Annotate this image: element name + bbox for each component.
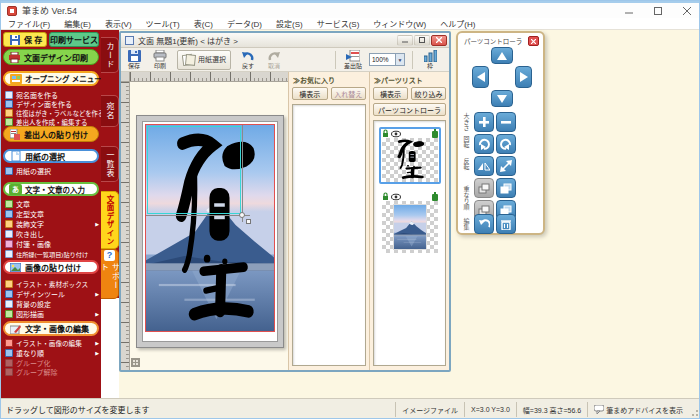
move-left-button[interactable]: [472, 66, 489, 88]
parts-panel: ≫パーツリスト 横表示 絞り込み パーツコントローラ: [369, 72, 449, 370]
flip-diagonal-button[interactable]: [496, 156, 516, 176]
ruler-corner: [121, 72, 130, 82]
menu-edit[interactable]: 編集(E): [57, 18, 98, 29]
design-print-button[interactable]: 文面デザイン印刷: [3, 49, 99, 65]
move-up-button[interactable]: [491, 47, 513, 64]
tab-card[interactable]: カード: [101, 37, 119, 73]
paper-select-button[interactable]: 用紙選択: [177, 50, 231, 70]
text-input-header[interactable]: あ 文字・文章の入力: [3, 182, 99, 196]
lock-icon[interactable]: [382, 129, 389, 138]
sidebar-item-teikei[interactable]: 定型文章: [5, 209, 99, 219]
sidebar-item-illust-box[interactable]: イラスト・素材ボックス: [5, 279, 99, 289]
app-window: 筆まめ Ver.54 ファイル(F) 編集(E) 表示(V) ツール(T) 表(…: [0, 0, 700, 419]
doc-save-button[interactable]: 保存: [121, 49, 147, 71]
favorites-list[interactable]: [292, 104, 366, 366]
sidebar-item-jushoroku[interactable]: 住所録(一覧項目)貼り付け: [5, 249, 99, 259]
send-backward-button[interactable]: [496, 178, 516, 198]
size-decrease-button[interactable]: [496, 112, 516, 132]
delete-part-icon[interactable]: [432, 192, 438, 201]
sidebar-item-background[interactable]: 背景の設定: [5, 299, 99, 309]
image-paste-header[interactable]: 画像の貼り付け: [3, 260, 99, 274]
menu-service[interactable]: サービス(S): [310, 18, 367, 29]
opening-menu-button[interactable]: オープニング メニュー: [3, 71, 99, 86]
menu-help[interactable]: ヘルプ(H): [433, 18, 482, 29]
rotate-ccw-button[interactable]: [496, 134, 516, 154]
sender-edit-icon: [5, 118, 13, 126]
resize-handle-circle[interactable]: [239, 212, 245, 218]
menu-data[interactable]: データ(D): [220, 18, 269, 29]
menu-window[interactable]: ウィンドウ(W): [366, 18, 433, 29]
doc-title-bar[interactable]: 文面 無題1(更新) < はがき >: [121, 33, 449, 48]
design-canvas[interactable]: [130, 82, 288, 370]
tab-list[interactable]: 一覧表: [101, 146, 119, 182]
minimize-button[interactable]: [614, 3, 643, 18]
lock-icon[interactable]: [382, 192, 389, 201]
doc-restore-button[interactable]: [414, 35, 430, 46]
flip-horizontal-button[interactable]: [474, 156, 494, 176]
part-thumb-calligraphy[interactable]: [382, 138, 438, 182]
selection-guide-horizontal: [146, 215, 250, 216]
parts-list[interactable]: [373, 120, 446, 366]
sidebar-item-zukei[interactable]: 図形描画▶: [5, 309, 99, 319]
chevron-down-icon[interactable]: ▼: [395, 54, 404, 65]
illust-edit-icon: [5, 339, 13, 347]
print-service-button[interactable]: 印刷サービス: [49, 32, 99, 47]
menu-settings[interactable]: 設定(S): [269, 18, 310, 29]
visibility-eye-icon[interactable]: [391, 130, 401, 138]
save-button[interactable]: 保 存: [3, 32, 47, 47]
postcard-page[interactable]: [142, 121, 278, 342]
sidebar-item-bunsho[interactable]: 文章: [5, 199, 99, 209]
rotate-cw-button[interactable]: [474, 134, 494, 154]
selection-rect-cyan[interactable]: [147, 126, 241, 214]
tab-support[interactable]: ?サポート: [101, 249, 119, 299]
mdi-area: 文面 無題1(更新) < はがき > 保存 印刷: [119, 30, 700, 398]
undo-button[interactable]: 戻す: [235, 49, 261, 71]
frame-button[interactable]: 枠: [417, 49, 443, 71]
fuji-photo-part[interactable]: [145, 124, 275, 332]
sender-paste-button[interactable]: 差出人の貼り付け: [3, 126, 99, 142]
close-button[interactable]: [672, 3, 700, 18]
palette-close-button[interactable]: [528, 36, 539, 46]
delete-part-button[interactable]: [496, 214, 516, 234]
text-image-edit-header[interactable]: 文字・画像の編集: [3, 321, 99, 336]
tab-design-active[interactable]: 文面デザイン: [101, 191, 119, 249]
doc-close-button[interactable]: [431, 35, 447, 46]
doc-print-button[interactable]: 印刷: [147, 49, 173, 71]
sender-paste-tool-button[interactable]: 差出貼: [340, 49, 366, 71]
part-item-photo[interactable]: [379, 190, 441, 255]
undo-part-button[interactable]: [474, 214, 494, 234]
favorites-horizontal-view-button[interactable]: 横表示: [292, 87, 328, 100]
sidebar-item-paper-select[interactable]: 用紙の選択: [5, 166, 99, 176]
visibility-eye-icon[interactable]: [391, 193, 401, 201]
parts-filter-button[interactable]: 絞り込み: [411, 87, 446, 100]
resize-handle-square[interactable]: [246, 219, 251, 224]
sidebar-item-fukidashi[interactable]: 吹き出し: [5, 229, 99, 239]
tab-atena[interactable]: 宛名: [101, 95, 119, 127]
menu-tools[interactable]: ツール(T): [139, 18, 187, 29]
menu-file[interactable]: ファイル(F): [1, 18, 57, 29]
part-thumb-photo[interactable]: [382, 201, 438, 253]
sidebar-item-kasanari[interactable]: 重なり順▶: [5, 348, 99, 358]
zoom-combobox[interactable]: 100% ▼: [369, 53, 405, 66]
size-increase-button[interactable]: [474, 112, 494, 132]
maximize-button[interactable]: [643, 3, 672, 18]
move-right-button[interactable]: [515, 66, 532, 88]
delete-part-icon[interactable]: [432, 129, 438, 138]
paper-select-header[interactable]: 用紙の選択: [3, 149, 99, 163]
doc-icon: [125, 36, 134, 45]
parts-horizontal-view-button[interactable]: 横表示: [373, 87, 408, 100]
sidebar-item-fusen[interactable]: 付箋・画像: [5, 239, 99, 249]
advice-toggle[interactable]: 筆まめアドバイスを表示: [587, 402, 689, 417]
sidebar-item-soushoku[interactable]: 装飾文字▶: [5, 219, 99, 229]
move-down-button[interactable]: [491, 90, 513, 107]
menu-view[interactable]: 表示(V): [98, 18, 139, 29]
parts-controller-button[interactable]: パーツコントローラ: [373, 103, 446, 116]
postcard[interactable]: [136, 115, 284, 348]
doc-minimize-button[interactable]: [397, 35, 413, 46]
part-item-calligraphy[interactable]: [379, 127, 441, 184]
page-grid-button[interactable]: [131, 358, 140, 367]
menu-table[interactable]: 表(C): [187, 18, 220, 29]
sidebar-item-illust-edit[interactable]: イラスト・画像の編集▶: [5, 338, 99, 348]
resize-grip[interactable]: [689, 409, 699, 419]
sidebar-item-design-tool[interactable]: デザインツール▶: [5, 289, 99, 299]
